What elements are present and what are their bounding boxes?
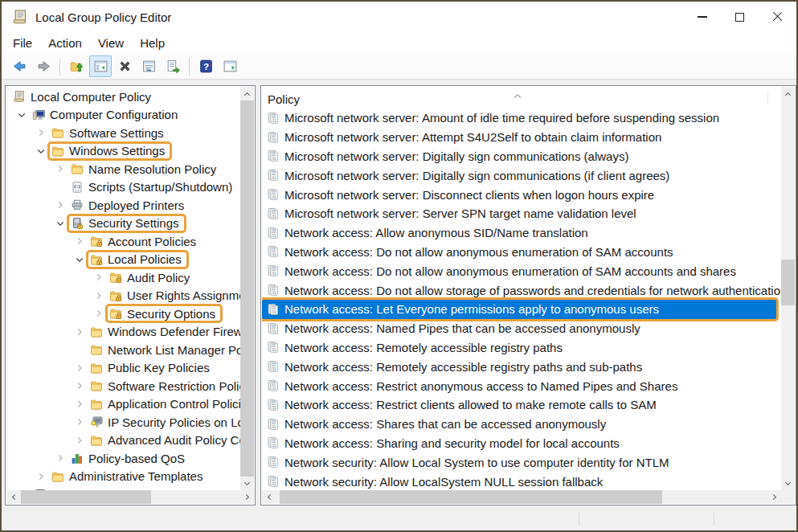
tree-item-label: Advanced Audit Policy Co bbox=[108, 433, 240, 447]
chevron-collapsed-icon[interactable] bbox=[92, 289, 105, 302]
scroll-left-arrow[interactable] bbox=[262, 490, 276, 504]
policy-column-header[interactable]: Policy bbox=[262, 87, 781, 108]
policy-row[interactable]: 1001Network access: Sharing and security… bbox=[262, 434, 781, 453]
chevron-expanded-icon[interactable] bbox=[35, 145, 47, 158]
policy-row[interactable]: 1001Microsoft network server: Amount of … bbox=[262, 108, 781, 128]
scroll-up-arrow[interactable] bbox=[781, 87, 795, 100]
scroll-down-arrow[interactable] bbox=[240, 477, 254, 490]
chevron-collapsed-icon[interactable] bbox=[73, 325, 86, 338]
chevron-collapsed-icon[interactable] bbox=[54, 162, 67, 175]
close-button[interactable] bbox=[759, 2, 796, 32]
menu-help[interactable]: Help bbox=[132, 33, 173, 53]
chevron-collapsed-icon[interactable] bbox=[54, 452, 67, 464]
chevron-collapsed-icon[interactable] bbox=[73, 235, 86, 248]
chevron-collapsed-icon[interactable] bbox=[73, 434, 86, 447]
policy-row[interactable]: 1001Microsoft network server: Disconnect… bbox=[262, 185, 781, 204]
tree-item-network-list-manager-pol[interactable]: Network List Manager Pol bbox=[6, 341, 240, 359]
policy-row[interactable]: 1001Network access: Shares that can be a… bbox=[262, 415, 781, 434]
up-one-level-button[interactable] bbox=[65, 55, 88, 77]
window-title: Local Group Policy Editor bbox=[35, 10, 171, 24]
tree-vertical-scrollbar[interactable] bbox=[240, 87, 254, 490]
chevron-collapsed-icon[interactable] bbox=[73, 398, 86, 411]
minimize-button[interactable] bbox=[683, 2, 721, 32]
policy-row[interactable]: 1001Network access: Do not allow storage… bbox=[262, 280, 781, 300]
policy-row[interactable]: 1001Microsoft network server: Server SPN… bbox=[262, 204, 781, 223]
back-button[interactable] bbox=[8, 55, 31, 77]
export-list-button[interactable] bbox=[162, 55, 184, 77]
tree-item-deployed-printers[interactable]: Deployed Printers bbox=[6, 196, 240, 215]
chevron-collapsed-icon[interactable] bbox=[73, 415, 86, 428]
menu-view[interactable]: View bbox=[90, 33, 132, 53]
scroll-right-arrow[interactable] bbox=[767, 490, 781, 504]
tree-item-computer-configuration[interactable]: Computer Configuration bbox=[6, 106, 240, 125]
tree-item-application-control-polici[interactable]: Application Control Polici bbox=[6, 395, 240, 414]
show-console-tree-icon bbox=[93, 59, 108, 74]
chevron-expanded-icon[interactable] bbox=[54, 217, 67, 230]
tree-item-account-policies[interactable]: Account Policies bbox=[6, 232, 240, 251]
policy-row[interactable]: 1001Network access: Do not allow anonymo… bbox=[262, 243, 781, 262]
column-divider[interactable] bbox=[767, 91, 768, 104]
policy-row[interactable]: 1001Network access: Named Pipes that can… bbox=[262, 319, 781, 338]
help-button[interactable]: ? bbox=[194, 55, 217, 77]
list-horizontal-scrollbar[interactable] bbox=[262, 490, 781, 504]
svg-text:01: 01 bbox=[272, 310, 277, 314]
scrollbar-thumb[interactable] bbox=[21, 490, 151, 504]
policy-row[interactable]: 1001Network access: Remotely accessible … bbox=[262, 357, 781, 376]
tree-item-user-rights-assignme[interactable]: User Rights Assignme bbox=[6, 287, 240, 305]
properties-button[interactable] bbox=[137, 55, 160, 77]
chevron-collapsed-icon[interactable] bbox=[54, 198, 67, 211]
tree-item-software-restriction-polici[interactable]: Software Restriction Polici bbox=[6, 377, 240, 395]
tree-item-administrative-templates[interactable]: Administrative Templates bbox=[6, 468, 240, 486]
tree-item-security-options[interactable]: Security Options bbox=[6, 305, 240, 323]
chevron-expanded-icon[interactable] bbox=[15, 108, 28, 121]
menu-action[interactable]: Action bbox=[40, 33, 90, 53]
policy-row[interactable]: 1001Microsoft network server: Attempt S4… bbox=[262, 128, 781, 147]
chevron-collapsed-icon[interactable] bbox=[92, 271, 105, 284]
tree-item-windows-settings[interactable]: Windows Settings bbox=[6, 142, 240, 161]
chevron-collapsed-icon[interactable] bbox=[73, 379, 86, 392]
policy-item-icon: 1001 bbox=[267, 284, 280, 297]
show-console-tree-button[interactable] bbox=[89, 55, 112, 77]
tree-horizontal-scrollbar[interactable] bbox=[6, 490, 254, 504]
tree-item-name-resolution-policy[interactable]: Name Resolution Policy bbox=[6, 160, 240, 178]
tree-item-audit-policy[interactable]: Audit Policy bbox=[6, 268, 240, 287]
policy-row[interactable]: 1001Network access: Remotely accessible … bbox=[262, 338, 781, 358]
policy-row[interactable]: 1001Network access: Restrict anonymous a… bbox=[262, 376, 781, 395]
scroll-right-arrow[interactable] bbox=[240, 490, 254, 504]
tree-item-advanced-audit-policy-co[interactable]: Advanced Audit Policy Co bbox=[6, 432, 240, 450]
scroll-down-arrow[interactable] bbox=[781, 477, 795, 490]
policy-row-selected[interactable]: 1001Network access: Let Everyone permiss… bbox=[262, 300, 776, 319]
scroll-up-arrow[interactable] bbox=[240, 87, 254, 100]
menu-file[interactable]: File bbox=[5, 33, 40, 53]
chevron-collapsed-icon[interactable] bbox=[73, 362, 86, 374]
policy-row[interactable]: 1001Network access: Allow anonymous SID/… bbox=[262, 223, 781, 243]
tree-item-public-key-policies[interactable]: Public Key Policies bbox=[6, 359, 240, 378]
tree-item-security-settings[interactable]: Security Settings bbox=[6, 215, 240, 233]
policy-row[interactable]: 1001Network access: Do not allow anonymo… bbox=[262, 261, 781, 280]
delete-button[interactable] bbox=[113, 55, 136, 77]
tree-item-local-computer-policy[interactable]: Local Computer Policy bbox=[6, 88, 240, 106]
scrollbar-thumb[interactable] bbox=[781, 260, 795, 305]
chevron-collapsed-icon[interactable] bbox=[92, 307, 105, 320]
chevron-expanded-icon[interactable] bbox=[73, 253, 86, 266]
scroll-left-arrow[interactable] bbox=[6, 490, 20, 504]
chevron-collapsed-icon[interactable] bbox=[35, 126, 47, 139]
policy-row[interactable]: 1001Microsoft network server: Digitally … bbox=[262, 166, 781, 185]
chevron-collapsed-icon[interactable] bbox=[35, 470, 47, 483]
policy-row[interactable]: 1001Microsoft network server: Digitally … bbox=[262, 147, 781, 166]
scrollbar-thumb[interactable] bbox=[240, 100, 254, 477]
tree-item-windows-defender-firewa[interactable]: Windows Defender Firewa bbox=[6, 323, 240, 342]
list-vertical-scrollbar[interactable] bbox=[781, 87, 795, 490]
policy-row[interactable]: 1001Network security: Allow LocalSystem … bbox=[262, 472, 781, 491]
policy-row[interactable]: 1001Network access: Restrict clients all… bbox=[262, 395, 781, 415]
tree-item-ip-security-policies-on-loc[interactable]: IP Security Policies on Loc bbox=[6, 413, 240, 432]
tree-item-software-settings[interactable]: Software Settings bbox=[6, 124, 240, 142]
scrollbar-thumb[interactable] bbox=[280, 490, 662, 504]
show-action-pane-button[interactable] bbox=[219, 55, 241, 77]
policy-row[interactable]: 1001Network security: Allow Local System… bbox=[262, 452, 781, 472]
tree-item-local-policies[interactable]: Local Policies bbox=[6, 251, 240, 269]
tree-item-policy-based-qos[interactable]: Policy-based QoS bbox=[6, 449, 240, 468]
tree-item-scripts-startup-shutdown[interactable]: Scripts (Startup/Shutdown) bbox=[6, 178, 240, 197]
maximize-button[interactable] bbox=[721, 2, 759, 32]
forward-button[interactable] bbox=[32, 55, 55, 77]
